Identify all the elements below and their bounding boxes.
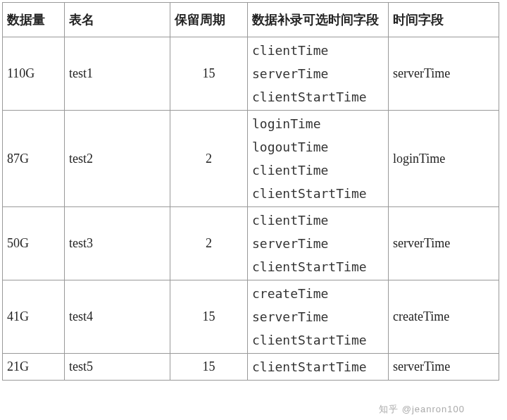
table-header-row: 数据量 表名 保留周期 数据补录可选时间字段 时间字段	[3, 3, 499, 37]
data-table: 数据量 表名 保留周期 数据补录可选时间字段 时间字段 110Gtest115c…	[2, 2, 499, 381]
cell-table-name: test4	[65, 280, 170, 354]
optional-field-item: createTime	[252, 286, 384, 301]
optional-field-item: clientStartTime	[252, 186, 384, 201]
cell-data-size: 50G	[3, 207, 65, 280]
cell-optional-fields: clientStartTime	[248, 354, 389, 381]
cell-optional-fields: loginTimelogoutTimeclientTimeclientStart…	[248, 111, 389, 207]
cell-optional-fields: clientTimeserverTimeclientStartTime	[248, 37, 389, 111]
cell-optional-fields: clientTimeserverTimeclientStartTime	[248, 207, 389, 280]
table-row: 50Gtest32clientTimeserverTimeclientStart…	[3, 207, 499, 280]
header-retention: 保留周期	[170, 3, 248, 37]
cell-table-name: test3	[65, 207, 170, 280]
cell-data-size: 87G	[3, 111, 65, 207]
optional-field-item: clientTime	[252, 163, 384, 178]
optional-field-item: clientStartTime	[252, 333, 384, 347]
cell-table-name: test5	[65, 354, 170, 381]
cell-table-name: test1	[65, 37, 170, 111]
optional-field-item: clientTime	[252, 213, 384, 228]
table-row: 110Gtest115clientTimeserverTimeclientSta…	[3, 37, 499, 111]
table-row: 41Gtest415createTimeserverTimeclientStar…	[3, 280, 499, 354]
cell-optional-fields: createTimeserverTimeclientStartTime	[248, 280, 389, 354]
cell-data-size: 21G	[3, 354, 65, 381]
cell-time-field: loginTime	[389, 111, 499, 207]
optional-field-item: serverTime	[252, 309, 384, 324]
optional-field-item: serverTime	[252, 66, 384, 81]
table-row: 21Gtest515clientStartTimeserverTime	[3, 354, 499, 381]
cell-retention: 15	[170, 354, 248, 381]
cell-retention: 15	[170, 280, 248, 354]
optional-field-item: clientTime	[252, 43, 384, 58]
cell-data-size: 110G	[3, 37, 65, 111]
header-data-size: 数据量	[3, 3, 65, 37]
header-time-field: 时间字段	[389, 3, 499, 37]
watermark-text: 知乎 @jeanron100	[379, 403, 465, 416]
optional-field-item: logoutTime	[252, 140, 384, 154]
cell-retention: 15	[170, 37, 248, 111]
cell-time-field: serverTime	[389, 354, 499, 381]
cell-retention: 2	[170, 207, 248, 280]
cell-time-field: serverTime	[389, 37, 499, 111]
cell-data-size: 41G	[3, 280, 65, 354]
optional-field-item: serverTime	[252, 236, 384, 251]
header-table-name: 表名	[65, 3, 170, 37]
optional-field-item: clientStartTime	[252, 359, 384, 374]
optional-field-item: clientStartTime	[252, 259, 384, 274]
cell-time-field: serverTime	[389, 207, 499, 280]
cell-time-field: createTime	[389, 280, 499, 354]
header-optional-fields: 数据补录可选时间字段	[248, 3, 389, 37]
optional-field-item: loginTime	[252, 116, 384, 131]
table-row: 87Gtest22loginTimelogoutTimeclientTimecl…	[3, 111, 499, 207]
cell-table-name: test2	[65, 111, 170, 207]
optional-field-item: clientStartTime	[252, 89, 384, 104]
cell-retention: 2	[170, 111, 248, 207]
